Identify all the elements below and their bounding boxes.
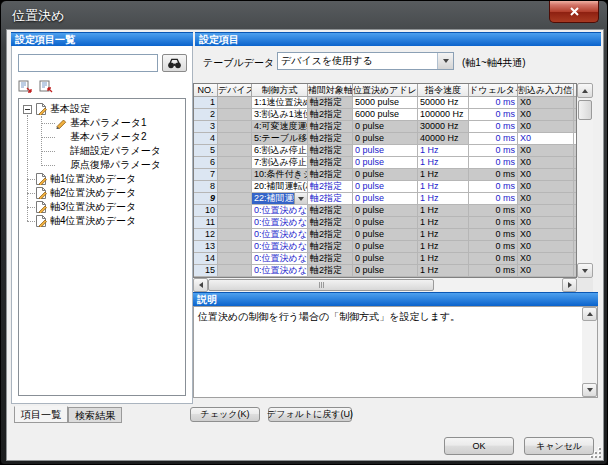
- table-cell[interactable]: 軸2指定: [308, 205, 353, 217]
- row-number-cell[interactable]: 12: [194, 229, 218, 241]
- table-cell[interactable]: 0 pulse: [353, 253, 418, 265]
- table-cell[interactable]: 1 Hz: [418, 253, 469, 265]
- titlebar[interactable]: 位置決め: [1, 1, 607, 29]
- table-cell[interactable]: 0:位置決めなし: [252, 217, 308, 229]
- vertical-scroll-track[interactable]: [577, 120, 593, 263]
- expand-all-icon[interactable]: [18, 80, 33, 93]
- table-cell[interactable]: 1:1速位置決め(相: [252, 97, 308, 109]
- table-cell[interactable]: 1 Hz: [418, 169, 469, 181]
- row-number-cell[interactable]: 15: [194, 265, 218, 277]
- table-cell[interactable]: 軸2指定: [308, 253, 353, 265]
- table-cell[interactable]: X0: [518, 133, 574, 145]
- close-button[interactable]: [549, 1, 599, 23]
- settings-tree[interactable]: 基本設定基本パラメータ1基本パラメータ2詳細設定パラメータ原点復帰パラメータ軸1…: [18, 98, 186, 396]
- table-cell[interactable]: 軸2指定: [308, 265, 353, 277]
- table-cell[interactable]: 4:可変速度運転: [252, 121, 308, 133]
- table-cell[interactable]: [218, 169, 252, 181]
- search-button[interactable]: [162, 54, 187, 72]
- scroll-down-button[interactable]: [582, 383, 597, 397]
- table-cell[interactable]: 軸2指定: [308, 241, 353, 253]
- table-cell[interactable]: 0 ms: [469, 217, 518, 229]
- table-cell[interactable]: 軸2指定: [308, 145, 353, 157]
- table-cell[interactable]: 1 Hz: [418, 145, 469, 157]
- row-number-cell[interactable]: 13: [194, 241, 218, 253]
- table-cell[interactable]: 0 pulse: [353, 205, 418, 217]
- table-cell[interactable]: X0: [518, 157, 574, 169]
- table-cell[interactable]: 0 pulse: [353, 169, 418, 181]
- horizontal-scroll-thumb[interactable]: [208, 279, 434, 291]
- table-cell[interactable]: 軸2指定: [308, 133, 353, 145]
- table-cell[interactable]: X0: [518, 121, 574, 133]
- table-cell[interactable]: 軸2指定: [308, 109, 353, 121]
- table-cell[interactable]: 1 Hz: [418, 229, 469, 241]
- table-cell[interactable]: 軸2指定: [308, 97, 353, 109]
- row-number-cell[interactable]: 6: [194, 157, 218, 169]
- tree-item-軸2位置決めデータ[interactable]: 軸2位置決めデータ: [19, 186, 185, 200]
- row-number-cell[interactable]: 10: [194, 205, 218, 217]
- table-cell[interactable]: [218, 253, 252, 265]
- table-cell[interactable]: 20:補間運転(相: [252, 181, 308, 193]
- row-number-cell[interactable]: 3: [194, 121, 218, 133]
- table-vertical-scrollbar[interactable]: [577, 83, 593, 278]
- table-cell[interactable]: X0: [518, 145, 574, 157]
- table-cell[interactable]: 1 Hz: [418, 193, 469, 205]
- collapse-all-icon[interactable]: [39, 80, 54, 93]
- table-cell[interactable]: 0 ms: [469, 265, 518, 277]
- table-cell[interactable]: 0 ms: [469, 253, 518, 265]
- table-cell[interactable]: [218, 205, 252, 217]
- table-cell[interactable]: 軸2指定: [308, 121, 353, 133]
- table-cell[interactable]: 0 ms: [469, 205, 518, 217]
- table-cell[interactable]: [218, 97, 252, 109]
- table-cell[interactable]: 0 ms: [469, 133, 518, 145]
- table-cell[interactable]: 0 ms: [469, 145, 518, 157]
- table-cell[interactable]: 軸2指定: [308, 217, 353, 229]
- row-number-cell[interactable]: 9: [194, 193, 218, 205]
- table-cell[interactable]: 6:割込み停止(相: [252, 145, 308, 157]
- tree-item-軸4位置決めデータ[interactable]: 軸4位置決めデータ: [19, 214, 185, 228]
- table-cell[interactable]: 0:位置決めなし: [252, 253, 308, 265]
- table-cell[interactable]: 0 pulse: [353, 217, 418, 229]
- tree-item-軸1位置決めデータ[interactable]: 軸1位置決めデータ: [19, 172, 185, 186]
- table-cell[interactable]: 軸2指定: [308, 157, 353, 169]
- restore-default-button[interactable]: デフォルトに戻す(U): [268, 407, 352, 422]
- table-cell[interactable]: [218, 157, 252, 169]
- scroll-down-button[interactable]: [577, 263, 593, 278]
- tree-item-原点復帰パラメータ[interactable]: 原点復帰パラメータ: [19, 158, 185, 172]
- table-cell[interactable]: 0 pulse: [353, 181, 418, 193]
- table-cell[interactable]: [218, 133, 252, 145]
- table-cell[interactable]: 10:条件付きジャ: [252, 169, 308, 181]
- table-cell[interactable]: [218, 121, 252, 133]
- row-number-cell[interactable]: 5: [194, 145, 218, 157]
- table-cell[interactable]: 0 pulse: [353, 157, 418, 169]
- table-cell[interactable]: X0: [518, 253, 574, 265]
- vertical-scroll-thumb[interactable]: [578, 100, 592, 120]
- cell-dropdown-button[interactable]: [294, 193, 307, 204]
- table-cell[interactable]: 軸2指定: [308, 169, 353, 181]
- table-cell[interactable]: 1 Hz: [418, 241, 469, 253]
- table-cell[interactable]: 0 pulse: [353, 193, 418, 205]
- table-cell[interactable]: X0: [518, 97, 574, 109]
- table-cell[interactable]: 3:割込み1速位置: [252, 109, 308, 121]
- scroll-right-button[interactable]: [562, 278, 577, 292]
- table-cell[interactable]: 0:位置決めなし: [252, 265, 308, 277]
- table-cell[interactable]: 30000 Hz: [418, 121, 469, 133]
- table-cell[interactable]: [218, 241, 252, 253]
- tree-item-基本設定[interactable]: 基本設定: [19, 102, 185, 116]
- ok-button[interactable]: OK: [444, 437, 514, 455]
- table-cell[interactable]: X0: [518, 169, 574, 181]
- table-cell[interactable]: X0: [518, 229, 574, 241]
- table-cell[interactable]: 軸2指定: [308, 193, 353, 205]
- search-input[interactable]: [18, 54, 158, 72]
- tab-search-results[interactable]: 検索結果: [68, 407, 122, 423]
- table-cell[interactable]: 7:割込み停止(絶: [252, 157, 308, 169]
- table-cell[interactable]: X0: [518, 181, 574, 193]
- scroll-left-button[interactable]: [193, 278, 208, 292]
- table-cell[interactable]: [218, 145, 252, 157]
- combo-dropdown-button[interactable]: [437, 53, 453, 69]
- table-cell[interactable]: [218, 193, 252, 205]
- table-cell[interactable]: 6000 pulse: [353, 109, 418, 121]
- row-number-cell[interactable]: 8: [194, 181, 218, 193]
- table-cell[interactable]: 0 pulse: [353, 121, 418, 133]
- table-cell[interactable]: 0 ms: [469, 229, 518, 241]
- row-number-cell[interactable]: 14: [194, 253, 218, 265]
